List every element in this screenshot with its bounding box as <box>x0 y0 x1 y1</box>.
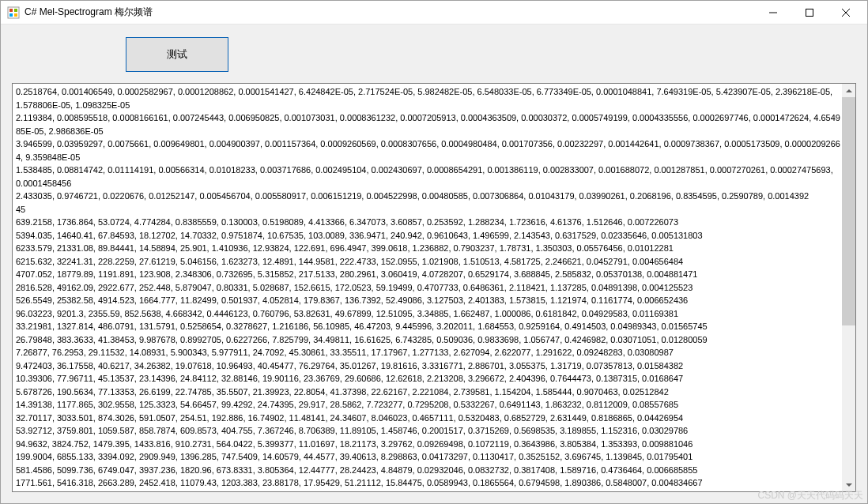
toolbar: 测试 <box>12 32 856 77</box>
test-button[interactable]: 测试 <box>126 37 228 72</box>
maximize-button[interactable] <box>791 1 828 24</box>
close-button[interactable] <box>828 1 864 24</box>
window-controls <box>755 1 864 24</box>
window-title: C# Mel-Spectrogram 梅尔频谱 <box>25 6 755 19</box>
scroll-thumb[interactable] <box>842 97 855 325</box>
minimize-button[interactable] <box>755 1 791 24</box>
titlebar[interactable]: C# Mel-Spectrogram 梅尔频谱 <box>1 1 867 24</box>
client-area: 测试 0.2518764, 0.001406549, 0.0002582967,… <box>1 24 867 503</box>
svg-rect-3 <box>9 13 13 17</box>
svg-marker-9 <box>846 89 852 92</box>
app-icon <box>7 6 20 19</box>
svg-rect-4 <box>14 13 17 17</box>
scroll-down-arrow[interactable] <box>842 478 855 491</box>
output-textbox[interactable]: 0.2518764, 0.001406549, 0.0002582967, 0.… <box>12 83 856 492</box>
scroll-up-arrow[interactable] <box>842 84 855 97</box>
output-container: 0.2518764, 0.001406549, 0.0002582967, 0.… <box>12 83 856 492</box>
svg-rect-2 <box>14 9 17 12</box>
scroll-track[interactable] <box>842 97 855 478</box>
vertical-scrollbar[interactable] <box>842 84 855 491</box>
svg-rect-1 <box>9 9 13 12</box>
svg-marker-10 <box>846 483 852 487</box>
svg-rect-6 <box>806 9 813 16</box>
application-window: C# Mel-Spectrogram 梅尔频谱 测试 0.2518764, 0.… <box>0 0 868 504</box>
